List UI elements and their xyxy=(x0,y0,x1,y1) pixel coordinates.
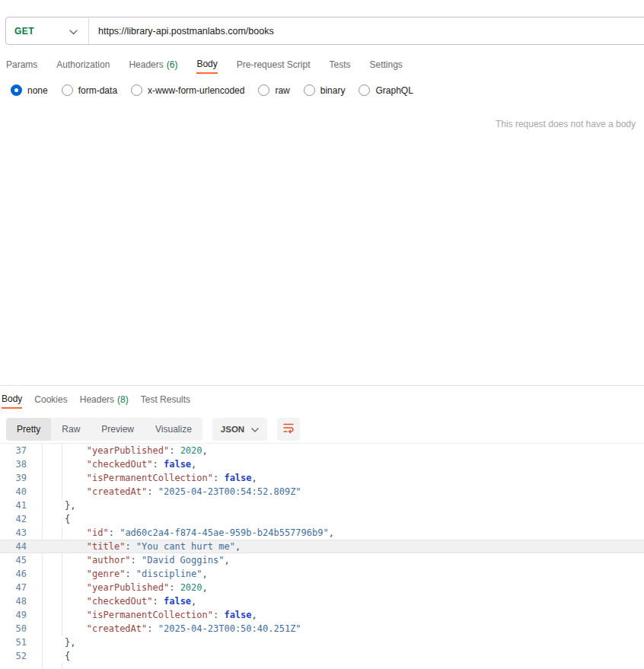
body-type-x-www-form-urlencoded[interactable]: x-www-form-urlencoded xyxy=(131,84,244,96)
token-p: : xyxy=(169,582,180,593)
code-line[interactable]: 41 }, xyxy=(0,499,644,512)
radio-label: GraphQL xyxy=(375,85,413,96)
view-tab-visualize[interactable]: Visualize xyxy=(145,418,202,441)
line-number: 40 xyxy=(0,485,27,499)
tab-label: Body xyxy=(196,59,217,69)
code-line-text: "isPermanentCollection": false, xyxy=(27,471,257,485)
token-s: "David Goggins" xyxy=(142,555,224,565)
line-number: 52 xyxy=(0,649,27,663)
token-p: : xyxy=(169,445,180,456)
tab-tests[interactable]: Tests xyxy=(329,56,350,74)
tab-label: Pre-request Script xyxy=(237,59,311,70)
view-tab-preview[interactable]: Preview xyxy=(91,418,145,441)
line-number: 44 xyxy=(0,540,27,553)
line-number: 50 xyxy=(0,622,27,636)
wrap-lines-button[interactable] xyxy=(277,418,300,441)
code-line[interactable]: 40 "createdAt": "2025-04-23T00:54:52.809… xyxy=(0,485,644,499)
chevron-down-icon xyxy=(69,24,78,38)
token-p: { xyxy=(65,514,70,524)
empty-body-hint: This request does not have a body xyxy=(496,119,636,129)
code-line[interactable]: 43 "id": "ad60c2a4-f874-45ae-959b-b24b55… xyxy=(0,526,644,540)
tab-settings[interactable]: Settings xyxy=(370,56,403,74)
token-s: "ad60c2a4-f874-45ae-959b-b24b557796b9" xyxy=(120,527,329,538)
tab-body[interactable]: Body xyxy=(2,390,22,409)
line-number: 45 xyxy=(0,553,27,567)
tab-label: Body xyxy=(2,393,22,404)
token-p: : xyxy=(153,596,164,607)
code-line[interactable]: 49 "isPermanentCollection": false, xyxy=(0,608,644,622)
tab-label: Headers xyxy=(129,59,163,70)
code-line-text: { xyxy=(27,512,70,526)
code-line-text: "checkedOut": false, xyxy=(27,594,196,608)
code-line-text: "checkedOut": false, xyxy=(27,457,196,471)
token-k: "author" xyxy=(87,555,131,565)
body-type-binary[interactable]: binary xyxy=(304,84,346,96)
code-line[interactable]: 45 "author": "David Goggins", xyxy=(0,553,644,567)
token-p: : xyxy=(125,541,135,552)
tab-test-results[interactable]: Test Results xyxy=(141,390,190,409)
tab-label: Cookies xyxy=(34,394,67,405)
tab-cookies[interactable]: Cookies xyxy=(34,390,67,409)
tab-headers[interactable]: Headers(6) xyxy=(129,56,177,74)
method-selector[interactable]: GET xyxy=(6,18,88,44)
tab-headers[interactable]: Headers(8) xyxy=(80,390,129,409)
radio-label: raw xyxy=(275,85,289,96)
tab-params[interactable]: Params xyxy=(6,56,37,74)
response-body-viewer[interactable]: 37 "yearPublished": 2020,38 "checkedOut"… xyxy=(0,444,644,669)
code-line[interactable]: 51 }, xyxy=(0,636,644,649)
token-k: "createdAt" xyxy=(87,623,147,634)
token-p: : xyxy=(147,486,158,497)
token-s: "2025-04-23T00:54:52.809Z" xyxy=(158,486,301,497)
token-p: : xyxy=(125,569,135,579)
code-line[interactable]: 39 "isPermanentCollection": false, xyxy=(0,471,644,485)
postman-request-view: GET https://library-api.postmanlabs.com/… xyxy=(0,0,644,669)
code-line[interactable]: 38 "checkedOut": false, xyxy=(0,457,644,471)
code-line[interactable]: 47 "yearPublished": 2020, xyxy=(0,581,644,594)
code-line-text: "isPermanentCollection": false, xyxy=(27,608,257,622)
code-line[interactable]: 46 "genre": "discipline", xyxy=(0,567,644,581)
body-type-raw[interactable]: raw xyxy=(258,84,289,96)
body-type-none[interactable]: none xyxy=(11,84,48,96)
view-tab-raw[interactable]: Raw xyxy=(51,418,91,441)
line-number: 42 xyxy=(0,512,27,526)
code-line[interactable]: 42 { xyxy=(0,512,644,526)
token-k: "checkedOut" xyxy=(87,596,153,607)
tab-authorization[interactable]: Authorization xyxy=(56,56,110,74)
url-input[interactable]: https://library-api.postmanlabs.com/book… xyxy=(89,26,274,37)
token-p: , xyxy=(252,473,257,483)
code-line[interactable]: 50 "createdAt": "2025-04-23T00:50:40.251… xyxy=(0,622,644,636)
code-line-text: "title": "You cant hurt me", xyxy=(27,540,241,553)
code-line[interactable]: 44 "title": "You cant hurt me", xyxy=(0,540,644,553)
radio-icon xyxy=(304,84,315,96)
token-b: false xyxy=(224,610,251,620)
token-b: false xyxy=(224,473,251,483)
code-line-text: }, xyxy=(27,636,75,649)
tab-body[interactable]: Body xyxy=(196,56,217,74)
radio-icon xyxy=(62,84,73,96)
token-p: , xyxy=(252,610,257,620)
code-line[interactable]: 52 { xyxy=(0,649,644,663)
token-p: , xyxy=(202,582,208,593)
format-selector[interactable]: JSON xyxy=(212,418,267,441)
tab-label: Tests xyxy=(329,59,350,70)
body-type-graphql[interactable]: GraphQL xyxy=(359,84,413,96)
code-line[interactable]: 37 "yearPublished": 2020, xyxy=(0,444,644,457)
indent-guide xyxy=(62,663,62,669)
radio-icon xyxy=(11,84,22,96)
token-p: { xyxy=(65,651,70,661)
code-line-text: "yearPublished": 2020, xyxy=(27,581,208,594)
code-line[interactable]: 48 "checkedOut": false, xyxy=(0,594,644,608)
tab-label: Settings xyxy=(370,59,403,70)
tab-pre-request-script[interactable]: Pre-request Script xyxy=(237,56,311,74)
token-p: }, xyxy=(65,500,75,511)
view-mode-group: PrettyRawPreviewVisualize xyxy=(6,418,202,441)
token-p: , xyxy=(202,445,208,456)
line-number: 38 xyxy=(0,457,27,471)
token-p: : xyxy=(109,527,120,538)
body-type-form-data[interactable]: form-data xyxy=(62,84,117,96)
code-line-text: "createdAt": "2025-04-23T00:50:40.251Z" xyxy=(27,622,301,636)
view-tab-pretty[interactable]: Pretty xyxy=(6,418,51,441)
tab-count: (6) xyxy=(167,59,178,70)
wrap-lines-icon xyxy=(282,422,295,437)
token-k: "createdAt" xyxy=(87,486,147,497)
